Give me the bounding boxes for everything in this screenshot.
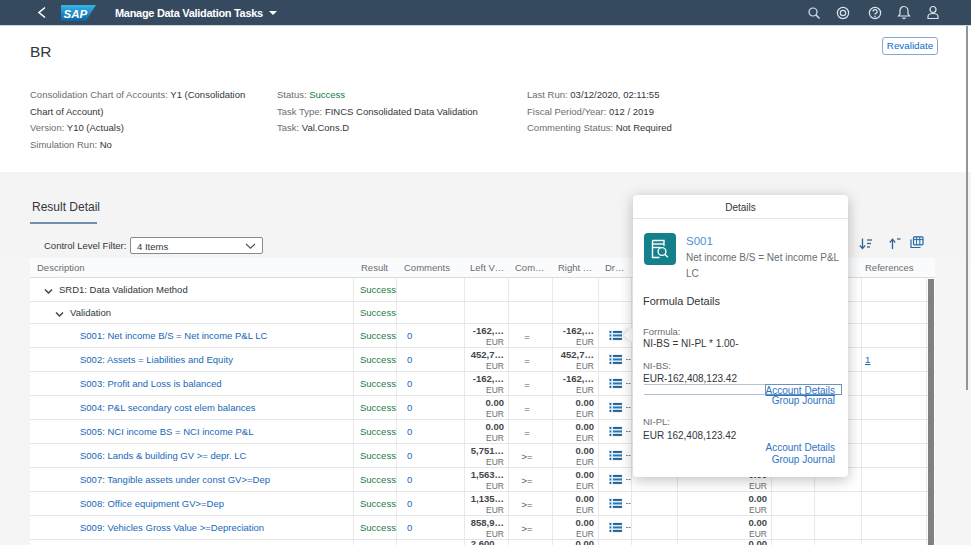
svg-text:SAP: SAP — [64, 8, 88, 20]
